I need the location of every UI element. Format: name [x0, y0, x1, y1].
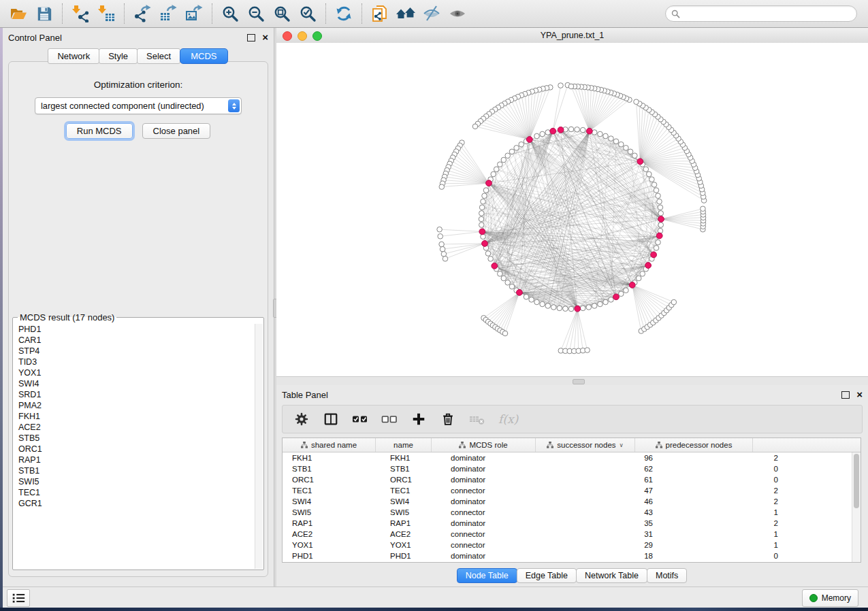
mcds-result-item[interactable]: FKH1	[14, 411, 255, 422]
table-row[interactable]: STB1STB1dominator620	[283, 463, 861, 474]
mcds-result-item[interactable]: YOX1	[14, 367, 255, 378]
mcds-result-item[interactable]: STP4	[14, 346, 255, 357]
cell: 96	[554, 452, 661, 463]
show-column-button[interactable]	[323, 411, 339, 427]
table-settings-button[interactable]	[293, 411, 310, 427]
task-history-button[interactable]	[7, 589, 30, 607]
column-header-MCDS-role[interactable]: MCDS role	[432, 438, 536, 452]
export-network-button[interactable]	[131, 3, 153, 24]
refresh-layout-button[interactable]	[333, 3, 355, 24]
zoom-selected-button[interactable]	[297, 3, 319, 24]
add-column-button[interactable]	[411, 411, 427, 427]
table-row[interactable]: YOX1YOX1connector291	[283, 540, 861, 550]
close-panel-button[interactable]: Close panel	[142, 123, 211, 139]
import-table-button[interactable]	[95, 3, 117, 24]
table-row[interactable]: FKH1FKH1dominator962	[283, 452, 861, 463]
zoom-out-button[interactable]	[245, 3, 267, 24]
mcds-result-item[interactable]: SWI5	[14, 476, 255, 487]
delete-table-button[interactable]	[469, 411, 485, 427]
cell: RAP1	[283, 518, 385, 529]
column-header-successor-nodes[interactable]: successor nodes∨	[536, 438, 635, 452]
cell: 0	[661, 550, 786, 561]
split-table-icon	[323, 412, 338, 427]
float-window-icon[interactable]	[247, 34, 255, 42]
zoom-in-button[interactable]	[219, 3, 241, 24]
column-header-name[interactable]: name	[376, 438, 432, 452]
list-icon	[11, 591, 26, 606]
deselect-all-button[interactable]	[381, 411, 398, 427]
table-row[interactable]: SWI5SWI5connector431	[283, 507, 861, 518]
column-header-shared-name[interactable]: shared name	[283, 438, 376, 452]
navigator-button[interactable]	[395, 3, 417, 24]
export-table-button[interactable]	[157, 3, 179, 24]
mcds-result-title: MCDS result (17 nodes)	[18, 312, 116, 323]
table-row[interactable]: RAP1RAP1dominator352	[283, 518, 861, 529]
clone-network-button[interactable]	[369, 3, 391, 24]
plus-icon	[411, 412, 426, 427]
tab-node-table[interactable]: Node Table	[457, 568, 517, 583]
close-panel-icon[interactable]: ×	[262, 34, 268, 41]
cell: dominator	[445, 496, 554, 507]
cell: connector	[445, 507, 554, 518]
table-row[interactable]: PHD1PHD1dominator180	[283, 550, 861, 561]
mcds-result-item[interactable]: PHD1	[14, 324, 255, 335]
sort-chevron-icon[interactable]: ∨	[620, 442, 624, 448]
mcds-result-scrollbar[interactable]	[255, 324, 263, 569]
optimization-criterion-label: Optimization criterion:	[9, 80, 268, 90]
cell: dominator	[445, 518, 554, 529]
tab-style[interactable]: Style	[99, 48, 138, 64]
float-window-icon[interactable]	[841, 391, 850, 399]
minimize-window-icon[interactable]	[298, 31, 307, 41]
table-row[interactable]: ACE2ACE2connector311	[283, 529, 861, 540]
search-input[interactable]	[665, 5, 857, 22]
mcds-result-item[interactable]: TEC1	[14, 487, 255, 498]
mcds-result-item[interactable]: RAP1	[14, 455, 255, 465]
open-session-button[interactable]	[7, 3, 29, 24]
network-canvas[interactable]	[276, 43, 868, 376]
criterion-select[interactable]: largest connected component (undirected)	[35, 97, 242, 114]
function-builder-button[interactable]: f(x)	[498, 412, 518, 426]
mcds-result-item[interactable]: SRD1	[14, 389, 255, 400]
mcds-result-item[interactable]: PMA2	[14, 400, 255, 411]
mcds-result-item[interactable]: GCR1	[14, 498, 255, 509]
memory-button[interactable]: Memory	[802, 589, 858, 607]
mcds-result-item[interactable]: SWI4	[14, 378, 255, 389]
zoom-fit-button[interactable]	[271, 3, 293, 24]
show-graphics-button[interactable]	[447, 3, 468, 24]
column-header-predecessor-nodes[interactable]: predecessor nodes	[635, 438, 753, 452]
tab-network[interactable]: Network	[48, 48, 99, 64]
export-image-button[interactable]	[183, 3, 205, 24]
import-network-icon	[71, 5, 89, 22]
hide-graphics-button[interactable]	[421, 3, 443, 24]
save-session-button[interactable]	[33, 3, 55, 24]
delete-column-button[interactable]	[440, 411, 456, 427]
import-network-button[interactable]	[69, 3, 91, 24]
maximize-window-icon[interactable]	[312, 31, 322, 41]
table-row[interactable]: SWI4SWI4dominator462	[283, 496, 861, 507]
close-panel-icon[interactable]: ×	[856, 391, 863, 398]
network-window-titlebar[interactable]: YPA_prune.txt_1	[276, 28, 868, 44]
mcds-result-item[interactable]: ORC1	[14, 444, 255, 455]
select-all-button[interactable]	[352, 411, 368, 427]
mcds-result-item[interactable]: CAR1	[14, 335, 255, 346]
tab-network-table[interactable]: Network Table	[576, 568, 647, 583]
table-scrollbar-thumb[interactable]	[854, 454, 859, 508]
mcds-result-item[interactable]: ACE2	[14, 422, 255, 433]
mcds-result-item[interactable]: TID3	[14, 357, 255, 367]
run-mcds-button[interactable]: Run MCDS	[66, 123, 133, 139]
mcds-result-item[interactable]: STB5	[14, 433, 255, 444]
table-row[interactable]: TEC1TEC1connector472	[283, 485, 861, 496]
network-graph[interactable]	[276, 43, 868, 376]
tab-motifs[interactable]: Motifs	[647, 568, 687, 583]
tab-mcds[interactable]: MCDS	[180, 48, 227, 64]
tab-edge-table[interactable]: Edge Table	[517, 568, 577, 583]
tab-select[interactable]: Select	[137, 48, 180, 64]
close-window-icon[interactable]	[283, 31, 292, 41]
table-row[interactable]: ORC1ORC1dominator610	[283, 474, 861, 485]
table-scrollbar[interactable]	[852, 452, 861, 562]
mcds-result-item[interactable]: STB1	[14, 465, 255, 476]
eye-slash-icon	[423, 5, 440, 22]
horizontal-splitter-handle[interactable]	[573, 379, 585, 384]
mcds-result-list[interactable]: PHD1CAR1STP4TID3YOX1SWI4SRD1PMA2FKH1ACE2…	[14, 324, 255, 569]
memory-status-icon	[809, 594, 818, 602]
